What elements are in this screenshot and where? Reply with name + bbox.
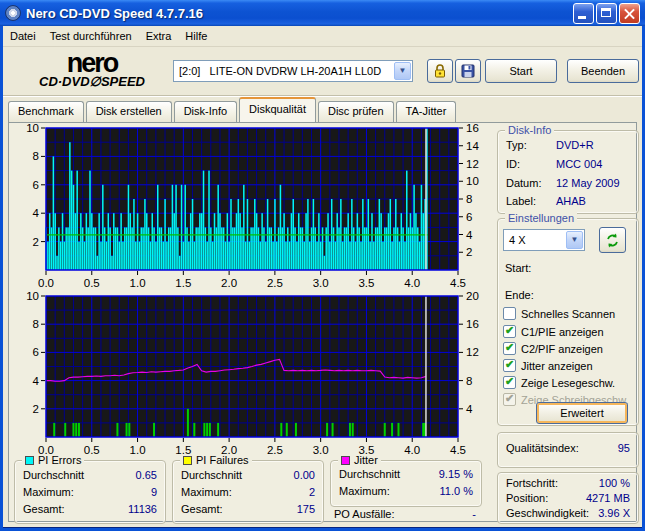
svg-text:0.5: 0.5	[84, 277, 100, 289]
svg-text:10: 10	[26, 124, 39, 134]
svg-text:12: 12	[466, 158, 479, 170]
progress-groupbox: Fortschritt:100 % Position:4271 MB Gesch…	[497, 472, 639, 524]
svg-text:16: 16	[466, 124, 479, 134]
checkbox-icon	[503, 359, 516, 372]
tab-ta-jitter[interactable]: TA-Jitter	[396, 101, 457, 122]
svg-text:4: 4	[33, 375, 40, 387]
tab-benchmark[interactable]: Benchmark	[8, 101, 84, 122]
checkbox-c2-pif-anzeigen[interactable]: C2/PIF anzeigen	[503, 341, 603, 356]
svg-text:1.0: 1.0	[130, 444, 146, 456]
save-icon	[460, 63, 476, 79]
disk-id-label: ID:	[506, 158, 556, 170]
svg-text:4: 4	[466, 403, 473, 415]
quality-index-groupbox: Qualitätsindex:95	[497, 432, 639, 468]
nero-logo-text: nero	[17, 51, 167, 75]
speed-select[interactable]: 4 X ▼	[503, 229, 585, 251]
svg-text:2: 2	[33, 236, 39, 248]
pi-errors-max-label: Maximum:	[23, 486, 74, 498]
pi-errors-avg-label: Durchschnitt	[23, 469, 84, 481]
jitter-title: Jitter	[354, 454, 378, 466]
quit-button[interactable]: Beenden	[567, 59, 639, 83]
pi-errors-title: PI Errors	[38, 454, 81, 466]
pi-errors-total-value: 11136	[128, 503, 157, 515]
svg-text:6: 6	[466, 211, 472, 223]
maximize-button[interactable]	[596, 3, 617, 24]
svg-text:1.0: 1.0	[130, 277, 146, 289]
disk-label-label: Label:	[506, 195, 556, 207]
chevron-down-icon[interactable]: ▼	[394, 62, 411, 80]
checkbox-icon	[503, 393, 516, 406]
svg-text:2.5: 2.5	[267, 444, 283, 456]
svg-text:8: 8	[466, 193, 472, 205]
tab-strip: Benchmark Disk erstellen Disk-Info Diskq…	[8, 100, 458, 122]
cddvdspeed-logo-text: CD·DVD∅SPEED	[17, 75, 167, 88]
po-failures-value: -	[472, 508, 476, 520]
svg-text:4.5: 4.5	[450, 277, 466, 289]
lock-button[interactable]	[427, 59, 453, 83]
svg-text:20: 20	[466, 292, 479, 302]
window-title: Nero CD-DVD Speed 4.7.7.16	[26, 6, 573, 21]
scan-end-label: Ende:	[505, 289, 534, 301]
pi-failures-total-label: Gesamt:	[181, 503, 223, 515]
disk-type-label: Typ:	[506, 139, 556, 151]
position-label: Position:	[506, 492, 548, 504]
pi-failures-groupbox: PI Failures Durchschnitt0.00 Maximum:2 G…	[172, 460, 324, 524]
po-failures-row: PO Ausfälle: -	[334, 508, 476, 520]
jitter-groupbox: Jitter Durchschnitt9.15 % Maximum:11.0 %	[330, 460, 482, 507]
pi-failures-legend-swatch	[183, 456, 192, 465]
disk-type-value: DVD+R	[556, 139, 630, 151]
close-button[interactable]	[619, 3, 640, 24]
disk-id-value: MCC 004	[556, 158, 630, 170]
lock-icon	[432, 63, 448, 79]
speed-value: 3.96 X	[598, 507, 630, 519]
svg-text:4.5: 4.5	[450, 444, 466, 456]
tab-disk-info[interactable]: Disk-Info	[174, 101, 237, 122]
checkbox-icon	[503, 342, 516, 355]
pi-failures-avg-value: 0.00	[294, 469, 315, 481]
nero-logo: nero CD·DVD∅SPEED	[17, 51, 167, 88]
position-value: 4271 MB	[586, 492, 630, 504]
svg-text:6: 6	[33, 346, 39, 358]
svg-text:3.0: 3.0	[313, 277, 329, 289]
pi-failures-max-label: Maximum:	[181, 486, 232, 498]
settings-title: Einstellungen	[505, 212, 577, 224]
pi-failures-avg-label: Durchschnitt	[181, 469, 242, 481]
refresh-button[interactable]	[599, 227, 626, 253]
tab-diskqualitaet[interactable]: Diskqualität	[239, 97, 316, 122]
menu-test-durchfuehren[interactable]: Test durchführen	[43, 28, 139, 44]
pi-failures-title: PI Failures	[196, 454, 249, 466]
disk-date-value: 12 May 2009	[556, 177, 630, 189]
checkbox-schnelles-scannen[interactable]: Schnelles Scannen	[503, 306, 615, 321]
svg-text:10: 10	[466, 175, 479, 187]
save-button[interactable]	[455, 59, 481, 83]
pi-errors-max-value: 9	[151, 486, 157, 498]
svg-text:10: 10	[26, 292, 39, 302]
pi-errors-groupbox: PI Errors Durchschnitt0.65 Maximum:9 Ges…	[14, 460, 166, 524]
svg-text:6: 6	[33, 179, 39, 191]
po-failures-label: PO Ausfälle:	[334, 508, 395, 520]
minimize-button[interactable]	[573, 3, 594, 24]
tab-disc-pruefen[interactable]: Disc prüfen	[318, 101, 394, 122]
checkbox-c1-pie-anzeigen[interactable]: C1/PIE anzeigen	[503, 324, 604, 339]
tab-disk-erstellen[interactable]: Disk erstellen	[86, 101, 172, 122]
advanced-button[interactable]: Erweitert	[536, 402, 628, 424]
chevron-down-icon[interactable]: ▼	[566, 231, 583, 249]
menu-datei[interactable]: Datei	[3, 28, 43, 44]
progress-value: 100 %	[599, 477, 630, 489]
start-button[interactable]: Start	[485, 59, 557, 83]
checkbox-jitter-anzeigen[interactable]: Jitter anzeigen	[503, 358, 593, 373]
quality-index-value: 95	[618, 442, 630, 454]
checkbox-label: C2/PIF anzeigen	[521, 343, 603, 355]
svg-text:2: 2	[33, 403, 39, 415]
checkbox-label: C1/PIE anzeigen	[521, 326, 604, 338]
drive-select[interactable]: [2:0] LITE-ON DVDRW LH-20A1H LL0D ▼	[173, 60, 413, 82]
menu-extra[interactable]: Extra	[139, 28, 179, 44]
speed-label: Geschwindigkeit:	[506, 507, 589, 519]
svg-text:4: 4	[466, 229, 473, 241]
drive-select-value: [2:0] LITE-ON DVDRW LH-20A1H LL0D	[174, 61, 412, 81]
jitter-max-label: Maximum:	[339, 485, 390, 497]
jitter-avg-label: Durchschnitt	[339, 468, 400, 480]
menu-hilfe[interactable]: Hilfe	[178, 28, 214, 44]
title-bar: Nero CD-DVD Speed 4.7.7.16	[0, 0, 645, 26]
checkbox-zeige-lesegeschw[interactable]: Zeige Lesegeschw.	[503, 375, 615, 390]
